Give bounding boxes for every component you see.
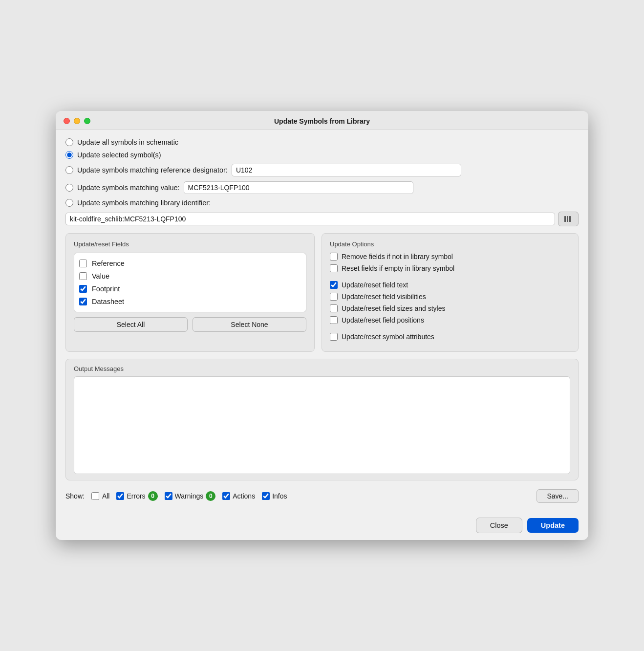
show-warnings-label: Warnings bbox=[175, 492, 204, 500]
library-input[interactable] bbox=[65, 213, 555, 225]
show-infos-label: Infos bbox=[272, 492, 287, 500]
radio-row-selected: Update selected symbol(s) bbox=[65, 151, 579, 159]
radio-ref-label: Update symbols matching reference design… bbox=[77, 166, 228, 174]
field-row-datasheet: Datasheet bbox=[79, 295, 301, 308]
show-all-checkbox[interactable] bbox=[91, 492, 99, 500]
library-browse-button[interactable] bbox=[558, 212, 579, 226]
option-field-sizes-label: Update/reset field sizes and styles bbox=[342, 304, 445, 312]
radio-update-value[interactable] bbox=[65, 184, 73, 192]
close-button[interactable]: Close bbox=[476, 518, 522, 533]
titlebar: Update Symbols from Library bbox=[56, 111, 588, 130]
radio-update-selected[interactable] bbox=[65, 151, 73, 159]
show-actions-checkbox[interactable] bbox=[222, 492, 230, 500]
show-errors-checkbox[interactable] bbox=[116, 492, 124, 500]
option-row-remove-fields: Remove fields if not in library symbol bbox=[330, 253, 570, 260]
svg-rect-1 bbox=[567, 216, 568, 222]
show-warnings-item: Warnings 0 bbox=[165, 491, 216, 501]
show-actions-item: Actions bbox=[222, 492, 255, 500]
output-messages-box bbox=[74, 376, 570, 474]
option-field-text-label: Update/reset field text bbox=[342, 281, 408, 289]
field-reference-label: Reference bbox=[92, 260, 125, 267]
show-all-item: All bbox=[91, 492, 110, 500]
options-panel: Update Options Remove fields if not in l… bbox=[322, 233, 579, 352]
output-panel: Output Messages bbox=[65, 359, 579, 480]
main-window: Update Symbols from Library Update all s… bbox=[56, 111, 588, 540]
fields-list: Reference Value Footprint Datasheet bbox=[74, 253, 306, 312]
show-all-label: All bbox=[102, 492, 110, 500]
svg-rect-2 bbox=[569, 216, 571, 222]
radio-selected-label: Update selected symbol(s) bbox=[77, 151, 161, 159]
show-infos-checkbox[interactable] bbox=[262, 492, 270, 500]
show-warnings-checkbox[interactable] bbox=[165, 492, 172, 500]
option-symbol-attributes-label: Update/reset symbol attributes bbox=[342, 333, 434, 341]
close-traffic-light[interactable] bbox=[64, 118, 70, 124]
option-row-field-sizes: Update/reset field sizes and styles bbox=[330, 304, 570, 312]
option-reset-empty-checkbox[interactable] bbox=[330, 264, 338, 272]
radio-row-library: Update symbols matching library identifi… bbox=[65, 199, 579, 207]
option-remove-fields-checkbox[interactable] bbox=[330, 253, 338, 260]
minimize-traffic-light[interactable] bbox=[74, 118, 80, 124]
field-reference-checkbox[interactable] bbox=[79, 260, 87, 267]
option-reset-empty-label: Reset fields if empty in library symbol bbox=[342, 264, 454, 272]
radio-row-ref: Update symbols matching reference design… bbox=[65, 164, 579, 176]
window-title: Update Symbols from Library bbox=[274, 117, 370, 125]
show-infos-item: Infos bbox=[262, 492, 287, 500]
option-row-field-positions: Update/reset field positions bbox=[330, 316, 570, 324]
field-row-reference: Reference bbox=[79, 257, 301, 270]
field-footprint-label: Footprint bbox=[92, 285, 120, 293]
radio-update-all[interactable] bbox=[65, 138, 73, 146]
field-footprint-checkbox[interactable] bbox=[79, 285, 87, 293]
option-field-visibilities-checkbox[interactable] bbox=[330, 293, 338, 301]
field-row-footprint: Footprint bbox=[79, 282, 301, 295]
radio-update-ref[interactable] bbox=[65, 166, 73, 174]
radio-library-label: Update symbols matching library identifi… bbox=[77, 199, 211, 207]
select-none-button[interactable]: Select None bbox=[193, 317, 306, 332]
update-button[interactable]: Update bbox=[527, 518, 579, 533]
option-row-field-visibilities: Update/reset field visibilities bbox=[330, 293, 570, 301]
ref-input[interactable] bbox=[232, 164, 461, 176]
show-bar: Show: All Errors 0 Warnings 0 Actions bbox=[65, 485, 579, 506]
fields-panel-title: Update/reset Fields bbox=[74, 240, 306, 248]
option-remove-fields-label: Remove fields if not in library symbol bbox=[342, 253, 453, 260]
select-buttons: Select All Select None bbox=[74, 317, 306, 332]
radio-update-library[interactable] bbox=[65, 199, 73, 207]
warnings-badge: 0 bbox=[206, 491, 215, 501]
traffic-lights bbox=[64, 118, 90, 124]
content-area: Update all symbols in schematic Update s… bbox=[56, 130, 588, 514]
show-actions-label: Actions bbox=[233, 492, 255, 500]
option-field-visibilities-label: Update/reset field visibilities bbox=[342, 293, 426, 301]
show-label: Show: bbox=[65, 492, 85, 500]
option-field-text-checkbox[interactable] bbox=[330, 281, 338, 289]
option-row-field-text: Update/reset field text bbox=[330, 281, 570, 289]
radio-value-label: Update symbols matching value: bbox=[77, 184, 180, 192]
select-all-button[interactable]: Select All bbox=[74, 317, 188, 332]
errors-badge: 0 bbox=[148, 491, 158, 501]
option-field-sizes-checkbox[interactable] bbox=[330, 304, 338, 312]
option-field-positions-label: Update/reset field positions bbox=[342, 316, 424, 324]
library-input-row bbox=[65, 212, 579, 226]
field-value-checkbox[interactable] bbox=[79, 272, 87, 280]
fields-panel: Update/reset Fields Reference Value Foot… bbox=[65, 233, 315, 352]
show-errors-item: Errors 0 bbox=[116, 491, 157, 501]
radio-row-value: Update symbols matching value: bbox=[65, 181, 579, 194]
radio-all-label: Update all symbols in schematic bbox=[77, 138, 178, 146]
value-input[interactable] bbox=[184, 181, 413, 194]
options-panel-title: Update Options bbox=[330, 240, 570, 248]
svg-rect-0 bbox=[564, 216, 566, 222]
option-row-reset-empty: Reset fields if empty in library symbol bbox=[330, 264, 570, 272]
field-row-value: Value bbox=[79, 270, 301, 282]
option-symbol-attributes-checkbox[interactable] bbox=[330, 333, 338, 341]
option-field-positions-checkbox[interactable] bbox=[330, 316, 338, 324]
panels-row: Update/reset Fields Reference Value Foot… bbox=[65, 233, 579, 352]
field-datasheet-checkbox[interactable] bbox=[79, 298, 87, 305]
field-value-label: Value bbox=[92, 272, 109, 280]
save-button[interactable]: Save... bbox=[537, 489, 579, 503]
field-datasheet-label: Datasheet bbox=[92, 298, 124, 305]
radio-row-all: Update all symbols in schematic bbox=[65, 138, 579, 146]
show-errors-label: Errors bbox=[127, 492, 145, 500]
bottom-bar: Close Update bbox=[56, 514, 588, 540]
output-title: Output Messages bbox=[74, 365, 570, 372]
maximize-traffic-light[interactable] bbox=[84, 118, 90, 124]
option-row-symbol-attributes: Update/reset symbol attributes bbox=[330, 333, 570, 341]
